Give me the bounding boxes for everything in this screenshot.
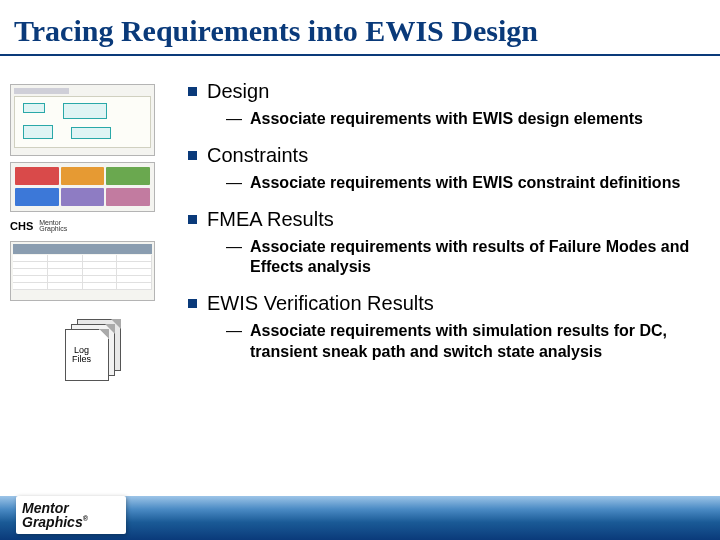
dash-icon: —: [226, 238, 242, 256]
swatch: [61, 188, 105, 206]
sub-verification: — Associate requirements with simulation…: [226, 321, 710, 363]
registered-mark: ®: [83, 515, 88, 522]
sub-constraints: — Associate requirements with EWIS const…: [226, 173, 710, 194]
mentor-tiny-logo: Mentor Graphics: [39, 220, 67, 233]
swatch: [61, 167, 105, 185]
sub-fmea: — Associate requirements with results of…: [226, 237, 710, 279]
bullet-icon: [188, 215, 197, 224]
sub-design: — Associate requirements with EWIS desig…: [226, 109, 710, 130]
mentor-graphics-logo: Mentor Graphics®: [16, 496, 126, 534]
log-files-icon: Log Files: [65, 319, 125, 383]
chs-row: CHS Mentor Graphics: [10, 218, 180, 235]
slide-title: Tracing Requirements into EWIS Design: [0, 0, 720, 54]
bullet-design: Design: [188, 80, 710, 103]
dash-icon: —: [226, 174, 242, 192]
constraints-thumbnail: [10, 162, 155, 212]
bullet-constraints: Constraints: [188, 144, 710, 167]
logo-text-bottom: Graphics: [22, 514, 83, 530]
bullet-icon: [188, 87, 197, 96]
bullet-heading: Constraints: [207, 144, 308, 167]
left-column: CHS Mentor Graphics Log Files: [10, 80, 180, 383]
bullet-heading: Design: [207, 80, 269, 103]
swatch: [15, 167, 59, 185]
dash-icon: —: [226, 110, 242, 128]
chs-label: CHS: [10, 220, 33, 232]
footer-bar: Mentor Graphics®: [0, 496, 720, 540]
bullet-icon: [188, 151, 197, 160]
sub-text: Associate requirements with results of F…: [250, 237, 710, 279]
bullet-verification: EWIS Verification Results: [188, 292, 710, 315]
design-thumbnail: [10, 84, 155, 156]
fmea-thumbnail: [10, 241, 155, 301]
right-column: Design — Associate requirements with EWI…: [180, 80, 710, 383]
bullet-icon: [188, 299, 197, 308]
bullet-heading: FMEA Results: [207, 208, 334, 231]
content-area: CHS Mentor Graphics Log Files Design: [0, 80, 720, 383]
sub-text: Associate requirements with EWIS constra…: [250, 173, 680, 194]
dash-icon: —: [226, 322, 242, 340]
sub-text: Associate requirements with EWIS design …: [250, 109, 643, 130]
log-files-label: Log Files: [72, 346, 91, 366]
title-underline: [0, 54, 720, 56]
swatch: [106, 188, 150, 206]
sub-text: Associate requirements with simulation r…: [250, 321, 710, 363]
swatch: [106, 167, 150, 185]
swatch: [15, 188, 59, 206]
bullet-fmea: FMEA Results: [188, 208, 710, 231]
bullet-heading: EWIS Verification Results: [207, 292, 434, 315]
